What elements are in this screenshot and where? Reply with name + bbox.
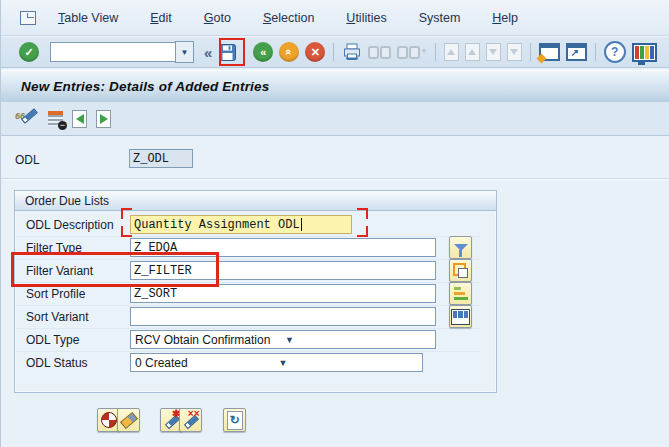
odl-label: ODL — [15, 153, 40, 167]
magic-wand-clear-icon: ×× — [182, 411, 200, 429]
sort-profile-field[interactable] — [130, 284, 436, 303]
menu-selection[interactable]: Selection — [253, 8, 324, 28]
row-sort-variant: Sort Variant — [16, 305, 480, 329]
create-shortcut-button[interactable]: ↗ — [566, 43, 587, 61]
sort-icon — [454, 287, 468, 300]
odl-status-label: ODL Status — [26, 356, 130, 370]
filter-button[interactable] — [449, 236, 472, 259]
enter-button[interactable]: ✓ — [18, 41, 40, 63]
find-icon — [368, 46, 379, 59]
collapse-chevron-icon[interactable]: « — [204, 44, 212, 61]
menu-bar: Table View Edit Goto Selection Utilities… — [1, 0, 669, 36]
page-up-icon — [468, 49, 476, 55]
print-button[interactable] — [341, 42, 363, 62]
back-icon: « — [253, 42, 273, 62]
row-odl-description: ODL Description Quantity Assignment ODL — [16, 213, 480, 237]
eraser-button[interactable] — [117, 408, 140, 432]
odl-description-field[interactable]: Quantity Assignment ODL — [130, 215, 352, 234]
previous-entry-icon — [72, 110, 87, 128]
filter-variant-field[interactable] — [130, 261, 436, 280]
command-input[interactable] — [50, 42, 175, 62]
refresh-button[interactable]: ↻ — [223, 408, 246, 432]
groupbox-header: Order Due Lists — [15, 191, 496, 211]
odl-type-dropdown[interactable]: RCV Obtain Confirmation ▼ — [130, 330, 436, 349]
filter-icon — [454, 244, 468, 251]
odl-status-dropdown[interactable]: 0 Created ▼ — [130, 353, 423, 372]
page-up-button[interactable] — [465, 43, 480, 61]
window-menu-icon[interactable] — [20, 11, 36, 25]
order-due-lists-groupbox: Order Due Lists ODL Description Quantity… — [14, 190, 497, 393]
odl-type-label: ODL Type — [26, 333, 130, 347]
help-button[interactable]: ? — [604, 41, 626, 63]
menu-utilities[interactable]: Utilities — [336, 8, 396, 28]
odl-description-label: ODL Description — [26, 218, 130, 232]
sort-variant-label: Sort Variant — [26, 310, 130, 324]
enter-check-icon: ✓ — [19, 42, 39, 62]
save-floppy-icon — [219, 44, 236, 61]
last-page-icon — [510, 49, 518, 55]
display-change-icon: 66 — [15, 110, 39, 128]
table-icon — [451, 309, 470, 325]
separator — [1, 178, 669, 180]
delete-entry-icon — [48, 111, 63, 126]
chevron-down-icon: ▼ — [285, 335, 431, 345]
first-page-button[interactable] — [444, 43, 459, 61]
exit-button[interactable]: « — [278, 41, 300, 63]
refresh-icon: ↻ — [227, 411, 243, 430]
delete-entry-button[interactable] — [48, 111, 63, 126]
row-odl-type: ODL Type RCV Obtain Confirmation ▼ — [16, 328, 480, 352]
menu-edit[interactable]: Edit — [140, 8, 182, 28]
find-next-button[interactable]: + — [397, 46, 426, 59]
row-filter-type: Filter Type — [16, 236, 480, 260]
copy-button[interactable] — [449, 259, 472, 282]
row-filter-variant: Filter Variant — [16, 259, 480, 283]
filter-type-field[interactable] — [130, 238, 436, 257]
odl-field[interactable] — [129, 149, 193, 168]
page-title: New Entries: Details of Added Entries — [21, 79, 269, 94]
customize-layout-button[interactable] — [632, 43, 657, 62]
previous-entry-button[interactable] — [72, 110, 87, 128]
groupbox-title: Order Due Lists — [25, 194, 109, 208]
copy-icon — [453, 263, 468, 278]
quartered-circle-icon — [101, 412, 117, 428]
magic-wand-clear-button[interactable]: ×× — [179, 408, 202, 432]
page-down-button[interactable] — [486, 43, 501, 61]
sort-variant-field[interactable] — [130, 307, 436, 326]
magic-wand-icon: ✱ — [163, 411, 181, 429]
eraser-icon — [119, 411, 137, 428]
menu-table-view[interactable]: Table View — [48, 8, 128, 28]
display-change-button[interactable]: 66 — [15, 110, 39, 128]
text-cursor — [301, 218, 302, 231]
find-next-icon — [397, 46, 408, 59]
main-content: ODL Order Due Lists ODL Description Quan… — [1, 136, 669, 447]
cancel-icon: ✕ — [305, 42, 325, 62]
sap-gui-window: Table View Edit Goto Selection Utilities… — [0, 0, 669, 447]
cancel-button[interactable]: ✕ — [304, 41, 326, 63]
new-session-button[interactable] — [539, 43, 560, 61]
command-dropdown-button[interactable]: ▼ — [175, 41, 194, 63]
exit-icon: « — [279, 42, 299, 62]
table-view-button[interactable] — [449, 305, 472, 328]
menu-system[interactable]: System — [409, 8, 471, 28]
sort-profile-label: Sort Profile — [26, 287, 130, 301]
back-button[interactable]: « — [252, 41, 274, 63]
application-toolbar: 66 — [1, 102, 669, 136]
new-session-icon — [536, 54, 546, 64]
shortcut-arrow-icon: ↗ — [571, 48, 579, 58]
next-entry-icon — [96, 110, 111, 128]
next-entry-button[interactable] — [96, 110, 111, 128]
last-page-button[interactable] — [507, 43, 522, 61]
filter-variant-label: Filter Variant — [26, 264, 130, 278]
chevron-down-icon: ▼ — [279, 358, 419, 368]
save-button[interactable] — [218, 43, 237, 62]
page-down-icon — [489, 49, 497, 55]
first-page-icon — [447, 49, 455, 55]
row-odl-status: ODL Status 0 Created ▼ — [16, 351, 480, 374]
find-button[interactable] — [368, 46, 391, 59]
sort-button[interactable] — [449, 282, 472, 305]
filter-type-label: Filter Type — [26, 241, 130, 255]
standard-toolbar: ✓ ▼ « « « ✕ — [1, 36, 669, 68]
print-icon — [342, 43, 362, 61]
menu-help[interactable]: Help — [482, 8, 528, 28]
menu-goto[interactable]: Goto — [194, 8, 241, 28]
